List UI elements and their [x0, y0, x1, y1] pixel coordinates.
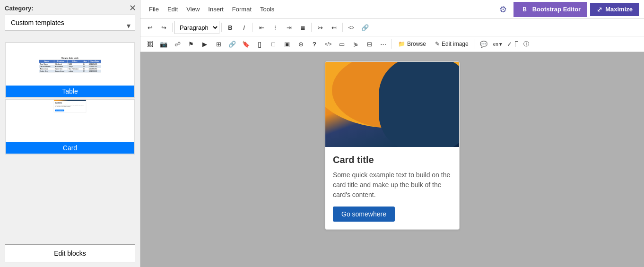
box-button[interactable]: ▭	[335, 37, 348, 51]
table-preview-inner: Simple data table Name Position Office A…	[39, 56, 101, 72]
go-somewhere-button[interactable]: Go somewhere	[333, 207, 395, 222]
help-button[interactable]: ⓘ	[520, 38, 533, 50]
td: Edinburgh	[54, 63, 68, 65]
unordered-list-button[interactable]: ↤	[327, 21, 340, 34]
th-position: Position	[54, 60, 68, 63]
category-label: Category:	[5, 5, 135, 12]
block-button[interactable]: ⋟	[349, 37, 362, 51]
menu-tools[interactable]: Tools	[256, 4, 278, 15]
comment-button[interactable]: 💬	[477, 37, 490, 51]
redo-button[interactable]: ↪	[157, 21, 170, 34]
media-button[interactable]: 📷	[157, 37, 170, 51]
toolbar2-divider-2	[475, 39, 475, 49]
browse-button[interactable]: 📁 Browse	[394, 38, 430, 50]
italic-button[interactable]: I	[237, 21, 251, 34]
toolbar-divider-3	[252, 23, 253, 32]
form-button[interactable]: ▣	[280, 37, 294, 51]
card-preview-inner: Card title Some quick example text to bu…	[54, 100, 86, 113]
ordered-list-button[interactable]: ↣	[313, 21, 327, 34]
td: Tokyo	[68, 65, 82, 68]
toolbar-divider-1	[172, 23, 173, 32]
toolbar2-divider-1	[392, 39, 392, 49]
question-button[interactable]: ?	[308, 37, 321, 51]
top-menu-bar: File Edit View Insert Format Tools ⚙ B B…	[140, 0, 644, 19]
card-title: Card title	[333, 155, 452, 165]
code-block-button[interactable]: </>	[322, 37, 335, 51]
justify-button[interactable]: ≣	[296, 21, 309, 34]
toolbar-divider-2	[221, 23, 222, 32]
table-insert-button[interactable]: ⊞	[212, 37, 225, 51]
toolbar-divider-5	[342, 23, 343, 32]
paragraph-select[interactable]: Paragraph Heading 1 Heading 2 Heading 3	[174, 21, 219, 34]
td: 61	[82, 63, 88, 65]
snippet-button[interactable]: ⋯	[376, 37, 390, 51]
bootstrap-editor-button[interactable]: B Bootstrap Editor	[513, 2, 588, 17]
edit-image-button[interactable]: ✎ Edit image	[431, 38, 473, 50]
lang-button[interactable]: en▼	[491, 37, 505, 51]
align-right-button[interactable]: ⇥	[282, 21, 296, 34]
top-bar-right: ⚙ B Bootstrap Editor ⤢ Maximize	[496, 2, 639, 17]
bootstrap-editor-label: Bootstrap Editor	[532, 6, 581, 13]
edit-image-label: Edit image	[442, 41, 469, 47]
edit-blocks-button[interactable]: Edit blocks	[5, 244, 135, 262]
bookmark-button[interactable]: 🔖	[239, 37, 252, 51]
category-select[interactable]: Custom templates Basic Advanced	[5, 15, 135, 31]
th-office: Office	[68, 60, 82, 63]
table-row: Cedric Kelly Support Lead mobile 22 2012…	[39, 70, 101, 72]
video-button[interactable]: ▶	[198, 37, 211, 51]
bold-button[interactable]: B	[224, 21, 237, 34]
template-item-card[interactable]: Card title Some quick example text to bu…	[5, 99, 135, 155]
td: 2011/07/25	[88, 65, 101, 68]
menu-view[interactable]: View	[183, 4, 203, 15]
menu-edit[interactable]: Edit	[164, 4, 182, 15]
td: 2011/04/25	[88, 63, 101, 65]
menu-format[interactable]: Format	[228, 4, 255, 15]
card-component: Card title Some quick example text to bu…	[325, 61, 460, 230]
td: 63	[82, 65, 88, 68]
td: 2009/01/12	[88, 68, 101, 70]
card-image-dark-layer	[379, 62, 459, 147]
td: Support Lead	[54, 70, 68, 72]
settings-button[interactable]: ⚙	[496, 2, 511, 17]
toolbar-row1: ↩ ↪ Paragraph Heading 1 Heading 2 Headin…	[140, 19, 644, 36]
anchor-button[interactable]: 🔗	[226, 37, 239, 51]
align-left-button[interactable]: ⇤	[255, 21, 268, 34]
link-button[interactable]: 🔗	[358, 21, 372, 34]
card-preview: Card title Some quick example text to bu…	[6, 100, 134, 142]
insert-image-button[interactable]: 🖼	[143, 37, 157, 51]
mini-table-title: Simple data table	[39, 56, 101, 59]
template-button[interactable]: □	[267, 37, 280, 51]
td: 66	[82, 68, 88, 70]
spell-check-button[interactable]: ✓⎾	[506, 37, 519, 51]
mini-table: Name Position Office Age Start Date Tige…	[39, 60, 101, 72]
toolbar-row2: 🖼 📷 ☍ ⚑ ▶ ⊞ 🔗 🔖 [] □ ▣ ⊕ ? </> ▭ ⋟ ⊟ ⋯ 📁…	[140, 36, 644, 52]
menu-file[interactable]: File	[145, 4, 163, 15]
card-body: Card title Some quick example text to bu…	[325, 147, 459, 229]
template-item-table[interactable]: Simple data table Name Position Office A…	[5, 42, 135, 98]
char-button[interactable]: ⊕	[294, 37, 307, 51]
card-preview-text: Some quick example text to build on the …	[55, 104, 85, 107]
menu-insert[interactable]: Insert	[204, 4, 227, 15]
maximize-button[interactable]: ⤢ Maximize	[590, 3, 639, 16]
align-center-button[interactable]: ⁝	[269, 21, 282, 34]
undo-button[interactable]: ↩	[143, 21, 157, 34]
editor-content: Card title Some quick example text to bu…	[140, 52, 644, 267]
th-name: Name	[39, 60, 54, 63]
td: Garrett Winters	[39, 65, 54, 68]
edit-icon: ✎	[435, 41, 440, 47]
card-text: Some quick example text to build on the …	[333, 170, 452, 200]
bootstrap-b-icon: B	[520, 5, 530, 14]
close-button[interactable]: ✕	[129, 4, 136, 12]
shortcode-button[interactable]: []	[253, 37, 266, 51]
card-preview-title: Card title	[55, 102, 85, 104]
code-button[interactable]: <>	[345, 21, 358, 34]
gear-icon: ⚙	[499, 4, 507, 15]
td: Ashton Cox	[39, 68, 54, 70]
editor-panel: File Edit View Insert Format Tools ⚙ B B…	[140, 0, 644, 267]
embed-button[interactable]: ☍	[171, 37, 184, 51]
flag-button[interactable]: ⚑	[184, 37, 198, 51]
grid-button[interactable]: ⊟	[363, 37, 376, 51]
td: Junior Dev	[54, 68, 68, 70]
td: 2012/03/29	[88, 70, 101, 72]
card-preview-body: Card title Some quick example text to bu…	[54, 101, 86, 112]
